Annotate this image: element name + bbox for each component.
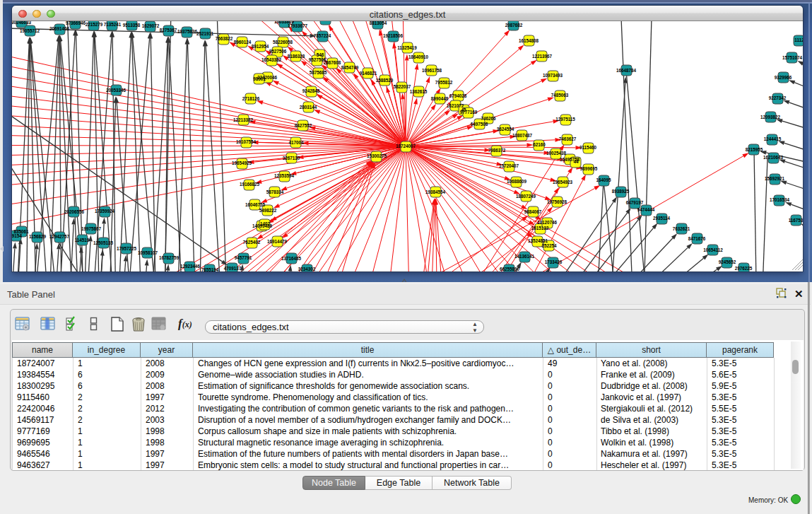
svg-text:5822037: 5822037	[394, 84, 411, 89]
svg-text:9527506: 9527506	[269, 49, 287, 54]
svg-text:66255890: 66255890	[500, 267, 520, 271]
svg-text:9513358: 9513358	[123, 23, 141, 28]
svg-text:7625402: 7625402	[243, 240, 261, 245]
svg-text:1156829: 1156829	[29, 234, 47, 239]
svg-text:6794028: 6794028	[449, 93, 467, 98]
svg-text:11325419: 11325419	[397, 45, 417, 50]
svg-text:19756928: 19756928	[547, 199, 567, 204]
svg-text:16210643: 16210643	[763, 155, 784, 160]
svg-text:8186328: 8186328	[288, 54, 305, 59]
svg-text:114519: 114519	[75, 238, 90, 243]
svg-text:10120746: 10120746	[537, 220, 558, 225]
svg-text:10654112: 10654112	[703, 247, 723, 252]
svg-text:7135241: 7135241	[104, 22, 122, 27]
svg-text:17016534: 17016534	[770, 197, 790, 202]
svg-text:13524851: 13524851	[528, 238, 548, 243]
svg-text:5498222: 5498222	[259, 208, 277, 213]
svg-text:2867608: 2867608	[324, 60, 341, 65]
svg-text:1733426: 1733426	[545, 259, 563, 264]
svg-text:9899695: 9899695	[580, 166, 598, 171]
svg-text:4745328: 4745328	[317, 21, 334, 22]
svg-text:3267130: 3267130	[283, 156, 300, 160]
svg-text:1244415: 1244415	[764, 136, 782, 141]
svg-text:8454749: 8454749	[341, 65, 359, 70]
svg-text:7655194: 7655194	[201, 267, 219, 271]
svg-text:9242848: 9242848	[302, 88, 320, 93]
svg-text:98901: 98901	[253, 76, 266, 81]
svg-text:8215955: 8215955	[746, 147, 763, 152]
svg-text:16914479: 16914479	[267, 239, 288, 244]
svg-text:15751074: 15751074	[782, 55, 803, 60]
svg-text:7857224: 7857224	[314, 33, 331, 38]
svg-text:18724007: 18724007	[396, 144, 416, 148]
svg-text:58226058: 58226058	[273, 40, 293, 45]
svg-text:19055712: 19055712	[20, 28, 40, 33]
svg-text:16543382: 16543382	[261, 57, 282, 62]
svg-text:12505135: 12505135	[93, 240, 114, 245]
svg-text:12093822: 12093822	[760, 115, 781, 119]
svg-text:44: 44	[573, 159, 579, 164]
svg-text:19166825: 19166825	[240, 182, 260, 187]
svg-text:7955812: 7955812	[435, 80, 453, 85]
svg-text:10025438: 10025438	[546, 151, 567, 156]
svg-text:1588520: 1588520	[376, 78, 394, 83]
svg-text:97366946: 97366946	[66, 21, 86, 25]
svg-text:116753: 116753	[789, 218, 803, 223]
svg-text:7986372: 7986372	[488, 148, 506, 153]
svg-text:2935114: 2935114	[653, 216, 671, 221]
svg-text:17957225: 17957225	[117, 246, 137, 251]
svg-text:8938925: 8938925	[612, 189, 630, 194]
svg-text:12353594: 12353594	[274, 173, 295, 178]
svg-text:9329966: 9329966	[775, 75, 792, 80]
svg-text:19218506: 19218506	[383, 33, 404, 38]
svg-text:8960124: 8960124	[234, 40, 252, 45]
svg-text:15692921: 15692921	[765, 176, 785, 181]
svg-text:7463627: 7463627	[559, 136, 577, 141]
svg-text:16782759: 16782759	[159, 255, 180, 260]
svg-text:18640910: 18640910	[408, 54, 429, 59]
svg-text:417004: 417004	[288, 140, 304, 145]
svg-text:12975115: 12975115	[555, 117, 575, 122]
svg-text:8471676: 8471676	[688, 236, 706, 241]
svg-text:30246633: 30246633	[12, 21, 31, 25]
svg-text:12923446: 12923446	[180, 264, 201, 269]
svg-text:2521911: 2521911	[196, 31, 214, 36]
svg-text:8813054: 8813054	[370, 21, 387, 25]
svg-text:19975867: 19975867	[81, 226, 102, 231]
svg-text:19654925: 19654925	[232, 160, 252, 165]
svg-text:9227342: 9227342	[769, 95, 787, 100]
svg-text:5875685: 5875685	[310, 70, 327, 75]
svg-text:9474444: 9474444	[637, 207, 655, 212]
svg-text:1407: 1407	[260, 221, 271, 226]
svg-text:7632621: 7632621	[673, 226, 690, 231]
svg-text:9457791: 9457791	[235, 255, 252, 260]
svg-text:9115460: 9115460	[579, 145, 597, 150]
svg-text:10973493: 10973493	[543, 73, 563, 78]
svg-text:252254: 252254	[541, 243, 557, 248]
svg-text:10688609: 10688609	[507, 179, 527, 184]
svg-text:6479197: 6479197	[626, 200, 644, 205]
svg-text:546: 546	[317, 52, 324, 57]
svg-text:8427552: 8427552	[295, 123, 312, 128]
svg-text:12942757: 12942757	[49, 234, 70, 239]
svg-text:8990448: 8990448	[431, 96, 449, 101]
svg-text:1362615: 1362615	[410, 89, 428, 94]
svg-text:15300275: 15300275	[367, 153, 387, 158]
svg-text:746266: 746266	[481, 116, 496, 121]
svg-text:19375836: 19375836	[177, 29, 198, 34]
svg-text:1629072: 1629072	[142, 23, 160, 28]
svg-text:6497508: 6497508	[471, 122, 488, 127]
svg-text:15720407: 15720407	[499, 163, 519, 168]
svg-text:10807487: 10807487	[512, 133, 533, 138]
svg-text:2087682: 2087682	[505, 23, 523, 28]
svg-text:16154808: 16154808	[519, 38, 539, 43]
svg-text:10961758: 10961758	[422, 68, 442, 73]
svg-text:2803144: 2803144	[300, 105, 317, 110]
svg-text:3624554: 3624554	[497, 127, 514, 132]
svg-text:13716485: 13716485	[281, 256, 302, 261]
svg-text:62160: 62160	[533, 142, 546, 147]
svg-text:9777169: 9777169	[460, 110, 478, 115]
svg-text:17933677: 17933677	[288, 23, 308, 28]
svg-text:2976225: 2976225	[735, 266, 753, 271]
svg-text:19384554: 19384554	[425, 189, 446, 194]
